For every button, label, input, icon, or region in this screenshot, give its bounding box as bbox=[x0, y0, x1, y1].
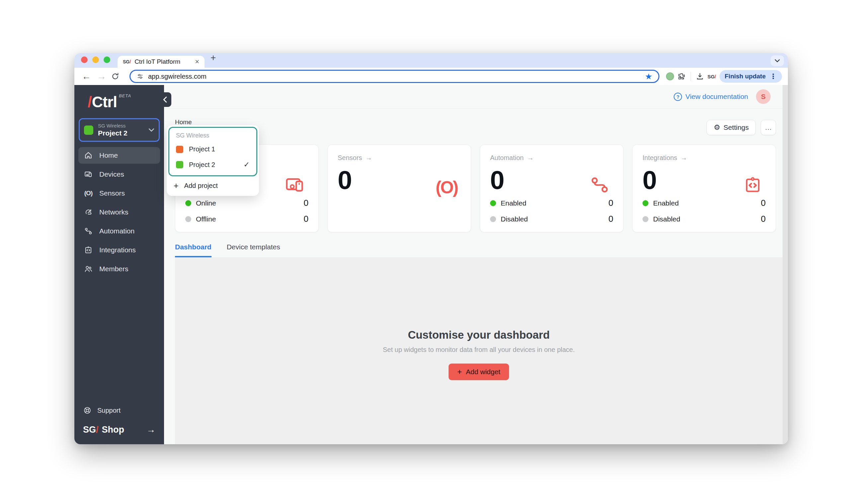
view-documentation-link[interactable]: ? View documentation bbox=[674, 93, 748, 101]
chevron-down-icon bbox=[775, 59, 780, 62]
online-status-dot bbox=[185, 200, 191, 206]
forward-button[interactable]: → bbox=[96, 72, 108, 81]
sensors-card[interactable]: Sensors → 0 (O) bbox=[327, 144, 471, 232]
traffic-light-minimize[interactable] bbox=[92, 56, 99, 63]
integrations-icon bbox=[83, 246, 93, 254]
card-title: Automation bbox=[490, 154, 524, 162]
window-controls bbox=[81, 56, 110, 63]
current-project-name: Project 2 bbox=[98, 129, 127, 137]
support-link[interactable]: Support bbox=[83, 406, 156, 415]
card-title-row[interactable]: Automation → bbox=[490, 154, 613, 162]
tab-device-templates[interactable]: Device templates bbox=[227, 243, 280, 257]
stat-row: Offline 0 bbox=[185, 214, 308, 224]
url-text[interactable]: app.sgwireless.com bbox=[148, 73, 640, 80]
profile-badge[interactable]: SG/ bbox=[708, 74, 716, 79]
chevron-left-icon bbox=[163, 96, 167, 103]
members-icon bbox=[83, 265, 93, 273]
back-button[interactable]: ← bbox=[80, 72, 92, 81]
dropdown-item-project-1[interactable]: Project 1 bbox=[173, 142, 253, 157]
stat-value: 0 bbox=[761, 198, 766, 208]
add-widget-button[interactable]: + Add widget bbox=[449, 363, 509, 380]
dropdown-item-project-2[interactable]: Project 2 ✓ bbox=[173, 157, 253, 173]
traffic-light-close[interactable] bbox=[81, 56, 88, 63]
lifebuoy-icon bbox=[83, 406, 92, 415]
offline-status-dot bbox=[185, 216, 191, 222]
reload-button[interactable] bbox=[111, 72, 123, 81]
tab-title: Ctrl IoT Platform bbox=[134, 58, 191, 66]
sidebar-item-label: Home bbox=[99, 151, 118, 159]
stat-label: Disabled bbox=[501, 215, 528, 223]
browser-window: SG/ Ctrl IoT Platform × + ← → app.sgwire… bbox=[74, 53, 788, 444]
sidebar-item-label: Networks bbox=[99, 208, 128, 216]
settings-button[interactable]: ⚙ Settings bbox=[707, 120, 756, 135]
shop-label: Shop bbox=[102, 425, 125, 435]
download-icon[interactable] bbox=[695, 72, 704, 81]
user-avatar[interactable]: S bbox=[756, 89, 771, 104]
org-name: SG Wireless bbox=[98, 123, 127, 128]
extensions-puzzle-icon[interactable] bbox=[677, 72, 686, 81]
page-actions: ⚙ Settings … bbox=[707, 120, 776, 135]
project2-color-swatch bbox=[176, 161, 183, 168]
card-title-row[interactable]: Sensors → bbox=[338, 154, 461, 162]
card-breakdown: Enabled 0 Disabled 0 bbox=[490, 198, 613, 224]
stat-value: 0 bbox=[609, 198, 613, 208]
reload-icon bbox=[111, 72, 120, 81]
stat-label: Enabled bbox=[653, 199, 679, 207]
breadcrumb[interactable]: Home bbox=[175, 119, 192, 126]
shop-link[interactable]: SG/ Shop → bbox=[83, 425, 156, 435]
browser-tab[interactable]: SG/ Ctrl IoT Platform × bbox=[117, 56, 204, 68]
sidebar-collapse-button[interactable] bbox=[159, 92, 171, 107]
traffic-light-zoom[interactable] bbox=[104, 56, 110, 63]
sidebar-item-automation[interactable]: Automation bbox=[78, 223, 160, 239]
project-dropdown-group: SG Wireless Project 1 Project 2 ✓ bbox=[168, 127, 257, 176]
dropdown-item-label: Project 1 bbox=[189, 145, 215, 153]
plus-icon: + bbox=[457, 368, 462, 376]
enabled-status-dot bbox=[490, 200, 496, 206]
networks-icon bbox=[83, 208, 93, 216]
content-tabs: Dashboard Device templates bbox=[175, 243, 788, 257]
add-project-button[interactable]: + Add project bbox=[168, 176, 257, 194]
home-icon bbox=[83, 151, 93, 160]
app-logo: /CtrlBETA bbox=[74, 85, 164, 118]
new-tab-button[interactable]: + bbox=[211, 53, 216, 62]
sidebar-item-integrations[interactable]: Integrations bbox=[78, 242, 160, 258]
stat-row: Online 0 bbox=[185, 198, 308, 208]
tab-search-button[interactable] bbox=[771, 55, 784, 66]
finish-update-button[interactable]: Finish update ⋮ bbox=[720, 70, 782, 83]
bookmark-star-icon[interactable]: ★ bbox=[645, 72, 652, 82]
sidebar-item-sensors[interactable]: (O) Sensors bbox=[78, 185, 160, 201]
stat-label: Disabled bbox=[653, 215, 680, 223]
arrow-right-icon: → bbox=[681, 154, 687, 162]
stat-value: 0 bbox=[761, 214, 766, 224]
extension-status-icon[interactable] bbox=[666, 72, 674, 80]
stat-cards: Devices → 0 Online 0 bbox=[175, 144, 788, 232]
automation-card[interactable]: Automation → 0 Enabled 0 bbox=[480, 144, 623, 232]
more-options-button[interactable]: … bbox=[761, 120, 776, 135]
disabled-status-dot bbox=[643, 216, 649, 222]
card-breakdown: Enabled 0 Disabled 0 bbox=[643, 198, 766, 224]
dropdown-item-label: Project 2 bbox=[189, 161, 215, 169]
browser-toolbar: ← → app.sgwireless.com ★ SG/ Finish upda… bbox=[74, 68, 788, 85]
shop-brand: SG/ bbox=[83, 425, 98, 435]
stat-row: Disabled 0 bbox=[643, 214, 766, 224]
url-bar[interactable]: app.sgwireless.com ★ bbox=[129, 70, 659, 83]
breadcrumb-row: Home ⚙ Settings … bbox=[175, 117, 788, 135]
project-selector[interactable]: SG Wireless Project 2 bbox=[79, 118, 160, 142]
arrow-right-icon: → bbox=[527, 154, 533, 162]
site-settings-icon[interactable] bbox=[137, 73, 144, 80]
sidebar-item-label: Members bbox=[99, 265, 128, 273]
card-title-row[interactable]: Integrations → bbox=[643, 154, 766, 162]
stat-row: Enabled 0 bbox=[643, 198, 766, 208]
browser-menu-icon[interactable]: ⋮ bbox=[770, 72, 777, 80]
tab-close-icon[interactable]: × bbox=[195, 57, 199, 66]
stat-label: Enabled bbox=[501, 199, 526, 207]
arrow-right-icon: → bbox=[365, 154, 372, 162]
sidebar-item-devices[interactable]: Devices bbox=[78, 166, 160, 183]
integrations-card[interactable]: Integrations → 0 Enabled 0 bbox=[632, 144, 776, 232]
sidebar-item-home[interactable]: Home bbox=[78, 147, 160, 164]
card-breakdown: Online 0 Offline 0 bbox=[185, 198, 308, 224]
scrollbar[interactable] bbox=[783, 85, 788, 444]
tab-dashboard[interactable]: Dashboard bbox=[175, 243, 212, 257]
sidebar-item-networks[interactable]: Networks bbox=[78, 204, 160, 220]
sidebar-item-members[interactable]: Members bbox=[78, 260, 160, 277]
